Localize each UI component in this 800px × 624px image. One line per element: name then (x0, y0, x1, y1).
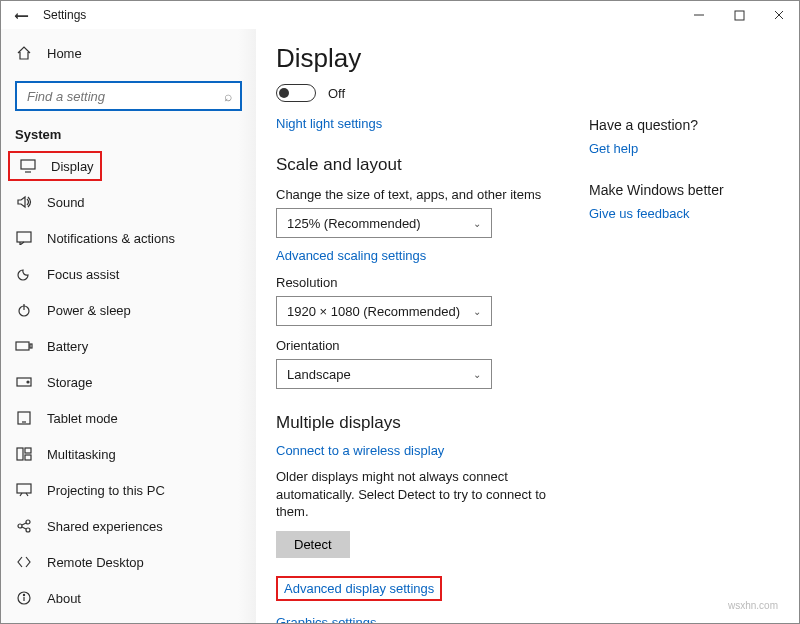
sidebar-item-label: Tablet mode (47, 411, 118, 426)
chevron-down-icon: ⌄ (473, 218, 481, 229)
sidebar-item-power[interactable]: Power & sleep (1, 292, 256, 328)
sidebar: Home ⌕ System Display Sound Notification… (1, 29, 256, 624)
svg-rect-10 (30, 344, 32, 348)
storage-icon (15, 373, 33, 391)
sidebar-item-label: Focus assist (47, 267, 119, 282)
sidebar-item-storage[interactable]: Storage (1, 364, 256, 400)
close-button[interactable] (759, 1, 799, 29)
aside: Have a question? Get help Make Windows b… (589, 43, 769, 624)
sidebar-home[interactable]: Home (1, 35, 256, 71)
resolution-select[interactable]: 1920 × 1080 (Recommended) ⌄ (276, 296, 492, 326)
multi-heading: Multiple displays (276, 413, 549, 433)
search-input[interactable]: ⌕ (15, 81, 242, 111)
sidebar-item-battery[interactable]: Battery (1, 328, 256, 364)
chevron-down-icon: ⌄ (473, 369, 481, 380)
sidebar-item-multitask[interactable]: Multitasking (1, 436, 256, 472)
minimize-button[interactable] (679, 1, 719, 29)
sidebar-item-label: Notifications & actions (47, 231, 175, 246)
svg-rect-17 (25, 455, 31, 460)
svg-rect-4 (21, 160, 35, 169)
sidebar-group-label: System (1, 123, 256, 148)
power-icon (15, 301, 33, 319)
sidebar-item-label: Display (51, 159, 94, 174)
sidebar-item-sound[interactable]: Sound (1, 184, 256, 220)
sidebar-item-notifications[interactable]: Notifications & actions (1, 220, 256, 256)
battery-icon (15, 337, 33, 355)
svg-line-22 (22, 523, 26, 525)
tablet-icon (15, 409, 33, 427)
page-title: Display (276, 43, 549, 74)
chevron-down-icon: ⌄ (473, 306, 481, 317)
sidebar-item-label: Power & sleep (47, 303, 131, 318)
about-icon (15, 589, 33, 607)
sidebar-item-focus[interactable]: Focus assist (1, 256, 256, 292)
svg-rect-1 (735, 11, 744, 20)
sidebar-item-about[interactable]: About (1, 580, 256, 616)
get-help-link[interactable]: Get help (589, 141, 638, 156)
graphics-settings-link[interactable]: Graphics settings (276, 615, 376, 624)
svg-rect-9 (16, 342, 29, 350)
display-icon (19, 157, 37, 175)
svg-rect-16 (25, 448, 31, 453)
toggle-state-label: Off (328, 86, 345, 101)
detect-help-text: Older displays might not always connect … (276, 468, 549, 521)
sidebar-item-remote[interactable]: Remote Desktop (1, 544, 256, 580)
orientation-value: Landscape (287, 367, 351, 382)
scale-value: 125% (Recommended) (287, 216, 421, 231)
sidebar-item-label: Remote Desktop (47, 555, 144, 570)
sidebar-item-display[interactable]: Display (5, 148, 105, 184)
connect-wireless-link[interactable]: Connect to a wireless display (276, 443, 444, 458)
svg-point-20 (26, 520, 30, 524)
svg-point-21 (26, 528, 30, 532)
maximize-button[interactable] (719, 1, 759, 29)
back-button[interactable]: 🠔 (9, 6, 33, 25)
sidebar-item-label: Shared experiences (47, 519, 163, 534)
svg-rect-15 (17, 448, 23, 460)
search-field[interactable] (25, 88, 205, 105)
sidebar-item-label: Multitasking (47, 447, 116, 462)
notifications-icon (15, 229, 33, 247)
shared-icon (15, 517, 33, 535)
svg-point-26 (23, 594, 24, 595)
svg-rect-6 (17, 232, 31, 242)
svg-point-19 (18, 524, 22, 528)
sidebar-item-label: Sound (47, 195, 85, 210)
sidebar-home-label: Home (47, 46, 82, 61)
orientation-label: Orientation (276, 338, 549, 353)
window-title: Settings (43, 8, 86, 22)
resolution-label: Resolution (276, 275, 549, 290)
night-light-settings-link[interactable]: Night light settings (276, 116, 382, 131)
search-icon: ⌕ (224, 88, 232, 104)
watermark: wsxhn.com (728, 600, 778, 611)
scale-select[interactable]: 125% (Recommended) ⌄ (276, 208, 492, 238)
advanced-display-link[interactable]: Advanced display settings (284, 581, 434, 596)
orientation-select[interactable]: Landscape ⌄ (276, 359, 492, 389)
content-area: Display Off Night light settings Scale a… (276, 43, 549, 624)
sidebar-item-label: Storage (47, 375, 93, 390)
svg-line-23 (22, 527, 26, 529)
scale-heading: Scale and layout (276, 155, 549, 175)
advanced-scaling-link[interactable]: Advanced scaling settings (276, 248, 426, 263)
better-heading: Make Windows better (589, 182, 769, 198)
scale-label: Change the size of text, apps, and other… (276, 187, 549, 202)
resolution-value: 1920 × 1080 (Recommended) (287, 304, 460, 319)
sidebar-item-label: Battery (47, 339, 88, 354)
sidebar-item-shared[interactable]: Shared experiences (1, 508, 256, 544)
sound-icon (15, 193, 33, 211)
question-heading: Have a question? (589, 117, 769, 133)
detect-button[interactable]: Detect (276, 531, 350, 558)
focus-icon (15, 265, 33, 283)
sidebar-item-label: Projecting to this PC (47, 483, 165, 498)
multitask-icon (15, 445, 33, 463)
feedback-link[interactable]: Give us feedback (589, 206, 689, 221)
svg-point-12 (27, 381, 29, 383)
projecting-icon (15, 481, 33, 499)
sidebar-item-projecting[interactable]: Projecting to this PC (1, 472, 256, 508)
svg-rect-18 (17, 484, 31, 493)
sidebar-item-label: About (47, 591, 81, 606)
sidebar-item-tablet[interactable]: Tablet mode (1, 400, 256, 436)
home-icon (15, 44, 33, 62)
title-bar: 🠔 Settings (1, 1, 799, 29)
night-light-toggle[interactable] (276, 84, 316, 102)
remote-icon (15, 553, 33, 571)
